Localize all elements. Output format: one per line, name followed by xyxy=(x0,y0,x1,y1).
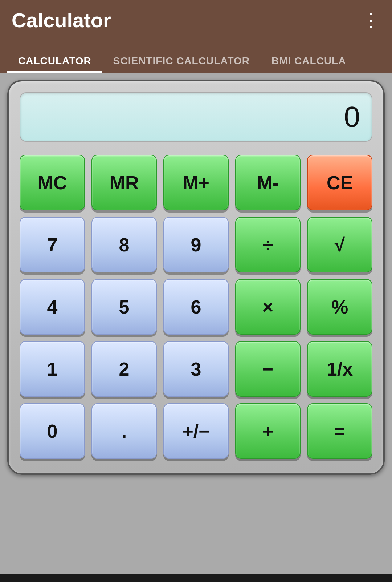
button-2[interactable]: 2 xyxy=(91,341,157,397)
button-9[interactable]: 9 xyxy=(163,217,229,272)
button-pct[interactable]: % xyxy=(307,279,372,335)
tab-bmi[interactable]: BMI CALCULA xyxy=(261,49,357,73)
calc-wrapper: 0 MCMRM+M-CE789÷√456×%123−1/x0.+/−+= xyxy=(0,73,392,574)
tab-calculator[interactable]: CALCULATOR xyxy=(7,49,102,73)
button-4[interactable]: 4 xyxy=(20,279,85,335)
menu-icon[interactable]: ⋮ xyxy=(362,11,380,29)
button-1[interactable]: 1 xyxy=(20,341,85,397)
button-div[interactable]: ÷ xyxy=(235,217,301,272)
button-8[interactable]: 8 xyxy=(91,217,157,272)
button-3[interactable]: 3 xyxy=(163,341,229,397)
button-mr[interactable]: MR xyxy=(91,155,157,210)
button-add[interactable]: + xyxy=(235,403,301,459)
button-neg[interactable]: +/− xyxy=(163,403,229,459)
button-0[interactable]: 0 xyxy=(20,403,85,459)
button-mminus[interactable]: M- xyxy=(235,155,301,210)
button-sub[interactable]: − xyxy=(235,341,301,397)
calculator-body: 0 MCMRM+M-CE789÷√456×%123−1/x0.+/−+= xyxy=(7,80,385,475)
button-5[interactable]: 5 xyxy=(91,279,157,335)
button-ce[interactable]: CE xyxy=(307,155,372,210)
button-dot[interactable]: . xyxy=(91,403,157,459)
footer: w w w . o n l i n e - c a l c u l a t o … xyxy=(0,574,392,582)
button-7[interactable]: 7 xyxy=(20,217,85,272)
button-grid: MCMRM+M-CE789÷√456×%123−1/x0.+/−+= xyxy=(20,155,372,459)
display-value: 0 xyxy=(344,101,360,133)
app-bar: Calculator ⋮ xyxy=(0,0,392,40)
display-container: 0 xyxy=(20,92,372,142)
tab-bar: CALCULATORSCIENTIFIC CALCULATORBMI CALCU… xyxy=(0,40,392,73)
tab-scientific[interactable]: SCIENTIFIC CALCULATOR xyxy=(102,49,261,73)
button-sqrt[interactable]: √ xyxy=(307,217,372,272)
button-6[interactable]: 6 xyxy=(163,279,229,335)
button-eq[interactable]: = xyxy=(307,403,372,459)
button-mc[interactable]: MC xyxy=(20,155,85,210)
button-inv[interactable]: 1/x xyxy=(307,341,372,397)
app-title: Calculator xyxy=(12,8,111,32)
button-mplus[interactable]: M+ xyxy=(163,155,229,210)
button-mul[interactable]: × xyxy=(235,279,301,335)
